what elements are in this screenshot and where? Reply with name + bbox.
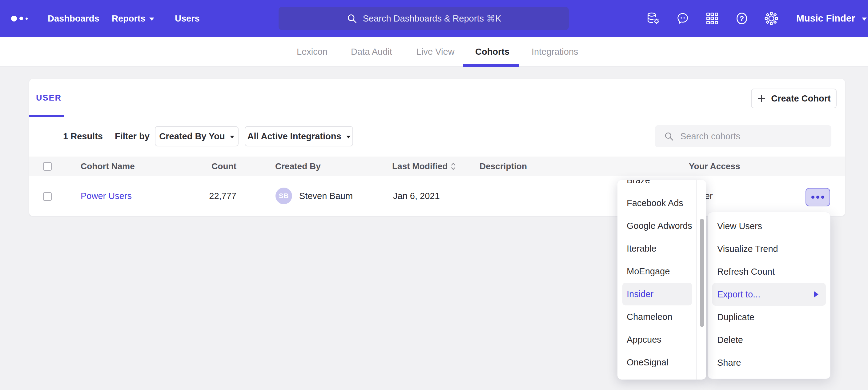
tab-data-audit-label: Data Audit <box>351 47 392 57</box>
tab-cohorts[interactable]: Cohorts <box>475 37 509 66</box>
tab-lexicon[interactable]: Lexicon <box>297 37 328 66</box>
menu-item-delete[interactable]: Delete <box>708 328 830 351</box>
database-gear-icon <box>646 11 660 26</box>
cohort-count: 22,777 <box>183 176 237 216</box>
menu-item-visualize-trend[interactable]: Visualize Trend <box>708 237 830 260</box>
nav-dashboards-label: Dashboards <box>48 13 99 24</box>
user-tab-indicator <box>29 115 64 117</box>
tab-integrations-label: Integrations <box>532 47 578 57</box>
created-by-name: Steven Baum <box>299 191 353 201</box>
divider <box>104 128 104 145</box>
scrollbar-track <box>696 180 696 380</box>
row-actions-menu: View Users Visualize Trend Refresh Count… <box>708 212 831 379</box>
cohort-name-link[interactable]: Power Users <box>81 176 132 216</box>
tab-lexicon-label: Lexicon <box>297 47 328 57</box>
global-search-bar[interactable]: Search Dashboards & Reports ⌘K <box>279 7 569 30</box>
tab-data-audit[interactable]: Data Audit <box>351 37 392 66</box>
create-cohort-label: Create Cohort <box>771 94 831 104</box>
menu-item-appcues[interactable]: Appcues <box>617 328 706 351</box>
filter-by-label: Filter by <box>115 126 150 147</box>
menu-item-duplicate[interactable]: Duplicate <box>708 306 830 328</box>
menu-item-insider[interactable]: Insider <box>622 283 692 305</box>
cohort-search-box <box>655 125 831 147</box>
menu-item-moengage[interactable]: MoEngage <box>617 260 706 283</box>
tab-live-view[interactable]: Live View <box>416 37 455 66</box>
divider <box>29 117 845 117</box>
menu-item-google-adwords[interactable]: Google Adwords <box>617 215 706 237</box>
help-button[interactable]: ? <box>734 0 750 37</box>
export-destinations-list: Braze Facebook Ads Google Adwords Iterab… <box>617 180 706 377</box>
menu-item-facebook-ads[interactable]: Facebook Ads <box>617 192 706 215</box>
active-tab-indicator <box>463 64 519 67</box>
scrollbar-thumb[interactable] <box>700 219 704 327</box>
ellipsis-icon <box>821 196 824 199</box>
apps-grid-icon <box>706 12 719 25</box>
gear-icon <box>764 11 778 26</box>
nav-dashboards[interactable]: Dashboards <box>48 0 99 37</box>
tab-user-cohorts[interactable]: USER <box>36 79 62 117</box>
avatar: SB <box>276 188 292 204</box>
select-all-checkbox[interactable] <box>43 162 52 171</box>
tab-cohorts-label: Cohorts <box>475 47 509 57</box>
menu-item-chameleon[interactable]: Chameleon <box>617 305 706 328</box>
tab-live-view-label: Live View <box>416 47 455 57</box>
sort-icon <box>451 162 456 170</box>
ellipsis-icon <box>816 196 819 199</box>
chevron-down-icon <box>346 136 350 138</box>
menu-item-onesignal[interactable]: OneSignal <box>617 351 706 374</box>
search-icon <box>663 131 674 141</box>
help-icon: ? <box>735 11 749 26</box>
search-icon <box>346 13 358 24</box>
chevron-down-icon <box>149 18 154 21</box>
menu-item-braze[interactable]: Braze <box>617 180 706 192</box>
results-count: 1 Results <box>63 126 103 147</box>
created-by-cell: SB Steven Baum <box>276 176 353 216</box>
col-created-by: Created By <box>275 157 321 176</box>
apps-button[interactable] <box>704 0 720 37</box>
top-navbar: Dashboards Reports Users Search Dashboar… <box>0 0 868 37</box>
feedback-button[interactable] <box>675 0 691 37</box>
tab-user-label: USER <box>36 93 62 103</box>
col-last-modified[interactable]: Last Modified <box>392 157 456 176</box>
settings-button[interactable] <box>763 0 779 37</box>
global-search-placeholder: Search Dashboards & Reports ⌘K <box>363 13 501 24</box>
feedback-bubble-icon <box>676 12 689 25</box>
ellipsis-icon <box>811 196 814 199</box>
data-management-button[interactable] <box>645 0 661 37</box>
col-cohort-name: Cohort Name <box>81 157 135 176</box>
create-cohort-button[interactable]: Create Cohort <box>751 89 837 108</box>
created-by-filter-dropdown[interactable]: Created By You <box>155 126 239 147</box>
nav-reports-label: Reports <box>112 13 146 24</box>
last-modified-cell: Jan 6, 2021 <box>393 176 440 216</box>
project-name: Music Finder <box>796 13 855 24</box>
export-destinations-menu: Braze Facebook Ads Google Adwords Iterab… <box>617 180 706 380</box>
col-count: Count <box>183 157 237 176</box>
menu-item-view-users[interactable]: View Users <box>708 215 830 237</box>
menu-item-share[interactable]: Share <box>708 351 830 374</box>
submenu-arrow-icon <box>814 291 818 297</box>
project-selector[interactable]: Music Finder <box>796 0 867 37</box>
col-your-access: Your Access <box>689 157 740 176</box>
plus-icon <box>757 94 766 103</box>
integrations-filter-dropdown[interactable]: All Active Integrations <box>245 126 353 147</box>
mixpanel-logo-icon[interactable] <box>11 0 28 37</box>
tab-integrations[interactable]: Integrations <box>532 37 578 66</box>
row-checkbox[interactable] <box>43 192 52 201</box>
created-by-filter-value: Created By You <box>159 131 225 141</box>
section-tabbar: Lexicon Data Audit Live View Cohorts Int… <box>0 37 868 67</box>
nav-users[interactable]: Users <box>175 0 200 37</box>
chevron-down-icon <box>230 136 234 138</box>
menu-item-export-to[interactable]: Export to... <box>712 283 826 306</box>
col-description: Description <box>479 157 527 176</box>
menu-item-refresh-count[interactable]: Refresh Count <box>708 260 830 283</box>
svg-text:?: ? <box>740 15 744 23</box>
export-to-label: Export to... <box>717 289 760 300</box>
col-last-modified-label: Last Modified <box>392 161 447 171</box>
cohort-search-input[interactable] <box>680 131 816 141</box>
chevron-down-icon <box>862 18 867 21</box>
integrations-filter-value: All Active Integrations <box>247 131 341 141</box>
nav-users-label: Users <box>175 13 200 24</box>
row-actions-button[interactable] <box>806 188 830 206</box>
menu-item-iterable[interactable]: Iterable <box>617 237 706 260</box>
nav-reports[interactable]: Reports <box>112 0 154 37</box>
